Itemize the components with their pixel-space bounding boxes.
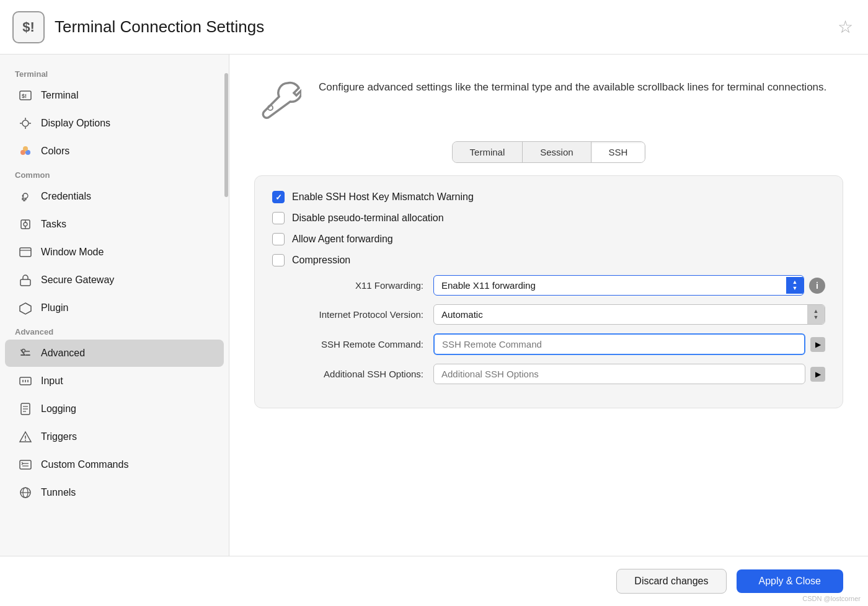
x11-info-icon[interactable]: i [809,278,825,294]
svg-point-9 [23,146,28,151]
logging-icon [17,401,33,417]
tab-terminal[interactable]: Terminal [453,142,523,162]
title-bar-left: $! Terminal Connection Settings [12,11,264,43]
credentials-icon [17,188,33,204]
additional-ssh-input[interactable] [433,364,805,384]
sidebar: Terminal $! Terminal Display Options Col… [0,55,229,556]
svg-point-10 [22,195,24,197]
wrench-icon [254,74,304,124]
svg-point-20 [22,349,25,353]
tabs: Terminal Session SSH [452,141,646,163]
sidebar-item-window-mode[interactable]: Window Mode [5,239,224,266]
checkbox-compression-label: Compression [292,255,350,266]
sidebar-item-colors-label: Colors [41,146,69,157]
svg-point-31 [25,440,26,441]
tabs-container: Terminal Session SSH [254,141,843,163]
sidebar-item-terminal[interactable]: $! Terminal [5,82,224,109]
sidebar-item-logging[interactable]: Logging [5,395,224,423]
sidebar-item-terminal-label: Terminal [41,90,78,101]
checkbox-row-compression: Compression [272,254,825,266]
svg-text:$!: $! [22,93,27,99]
sidebar-item-input-label: Input [41,375,63,387]
custom-commands-icon [17,457,33,473]
sidebar-item-logging-label: Logging [41,403,76,415]
sidebar-item-plugin[interactable]: Plugin [5,294,224,322]
x11-forwarding-select[interactable]: Enable X11 forwarding ▲ ▼ [433,275,804,296]
sidebar-section-common: Common [0,165,229,182]
watermark: CSDN @lostcorner [802,595,861,602]
checkbox-agent-forwarding-label: Allow Agent forwarding [292,234,393,245]
sidebar-item-tasks-label: Tasks [41,219,66,230]
sidebar-item-colors[interactable]: Colors [5,138,224,165]
sidebar-item-tunnels[interactable]: Tunnels [5,479,224,506]
plugin-icon [17,300,33,316]
sidebar-item-credentials-label: Credentials [41,191,91,202]
additional-ssh-arrow[interactable]: ▶ [810,367,825,382]
sidebar-item-secure-gateway[interactable]: Secure Gateway [5,266,224,294]
right-panel: Configure advanced settings like the ter… [229,55,868,556]
checkbox-row-agent-forwarding: Allow Agent forwarding [272,233,825,245]
checkbox-agent-forwarding[interactable] [272,233,285,245]
sidebar-item-input[interactable]: Input [5,367,224,395]
sidebar-section-advanced: Advanced [0,322,229,339]
ssh-remote-command-control: ▶ [433,333,825,355]
checkbox-disable-pseudo-label: Disable pseudo-terminal allocation [292,213,444,224]
scrollbar-track [224,55,229,556]
window-mode-icon [17,244,33,260]
checkbox-compression[interactable] [272,254,285,266]
sidebar-item-custom-commands-label: Custom Commands [41,459,128,470]
tab-session[interactable]: Session [523,142,591,162]
display-options-icon [17,115,33,131]
ip-version-select[interactable]: Automatic ▲ ▼ [433,304,825,325]
sidebar-item-advanced[interactable]: Advanced [5,340,224,367]
triggers-icon [17,429,33,445]
ip-version-control: Automatic ▲ ▼ [433,304,825,325]
sidebar-item-custom-commands[interactable]: Custom Commands [5,451,224,478]
x11-forwarding-value: Enable X11 forwarding [434,276,786,295]
secure-gateway-icon [17,272,33,288]
form-row-ip-version: Internet Protocol Version: Automatic ▲ ▼ [272,304,825,325]
checkbox-row-ssh-host-key: Enable SSH Host Key Mismatch Warning [272,191,825,203]
discard-button[interactable]: Discard changes [616,569,726,594]
checkbox-row-disable-pseudo: Disable pseudo-terminal allocation [272,212,825,224]
sidebar-item-triggers[interactable]: Triggers [5,423,224,450]
apply-close-button[interactable]: Apply & Close [737,569,844,593]
sidebar-item-window-mode-label: Window Mode [41,247,104,258]
advanced-icon [17,345,33,361]
sidebar-item-secure-gateway-label: Secure Gateway [41,274,114,286]
sidebar-section-terminal: Terminal [0,64,229,81]
description-text: Configure advanced settings like the ter… [319,74,826,95]
ssh-remote-command-label: SSH Remote Command: [272,339,433,349]
tab-ssh[interactable]: SSH [591,142,645,162]
svg-marker-18 [20,303,31,314]
main-content: Terminal $! Terminal Display Options Col… [0,55,868,556]
x11-forwarding-label: X11 Forwarding: [272,280,433,291]
svg-rect-15 [20,248,31,257]
scrollbar-thumb[interactable] [224,73,228,197]
form-rows: X11 Forwarding: Enable X11 forwarding ▲ … [272,275,825,384]
ip-version-arrows: ▲ ▼ [807,305,825,324]
svg-point-2 [22,120,29,126]
ip-version-label: Internet Protocol Version: [272,309,433,320]
bottom-bar: Discard changes Apply & Close [0,556,868,606]
sidebar-item-display-options[interactable]: Display Options [5,110,224,137]
checkbox-disable-pseudo[interactable] [272,212,285,224]
checkbox-ssh-host-key[interactable] [272,191,285,203]
x11-forwarding-arrows: ▲ ▼ [786,277,804,294]
sidebar-item-advanced-label: Advanced [41,348,85,359]
app-icon: $! [12,11,45,43]
ssh-remote-command-arrow[interactable]: ▶ [810,337,825,352]
sidebar-item-credentials[interactable]: Credentials [5,183,224,210]
sidebar-item-display-options-label: Display Options [41,118,110,129]
sidebar-item-triggers-label: Triggers [41,431,77,442]
ssh-remote-command-input[interactable] [433,333,805,355]
sidebar-item-tasks[interactable]: Tasks [5,211,224,238]
sidebar-item-plugin-label: Plugin [41,302,68,314]
svg-rect-32 [20,460,31,469]
checkbox-ssh-host-key-label: Enable SSH Host Key Mismatch Warning [292,191,474,203]
additional-ssh-control: ▶ [433,364,825,384]
favorite-icon[interactable]: ☆ [838,17,853,37]
window-title: Terminal Connection Settings [55,17,264,37]
x11-forwarding-control: Enable X11 forwarding ▲ ▼ i [433,275,825,296]
svg-rect-17 [20,279,30,286]
